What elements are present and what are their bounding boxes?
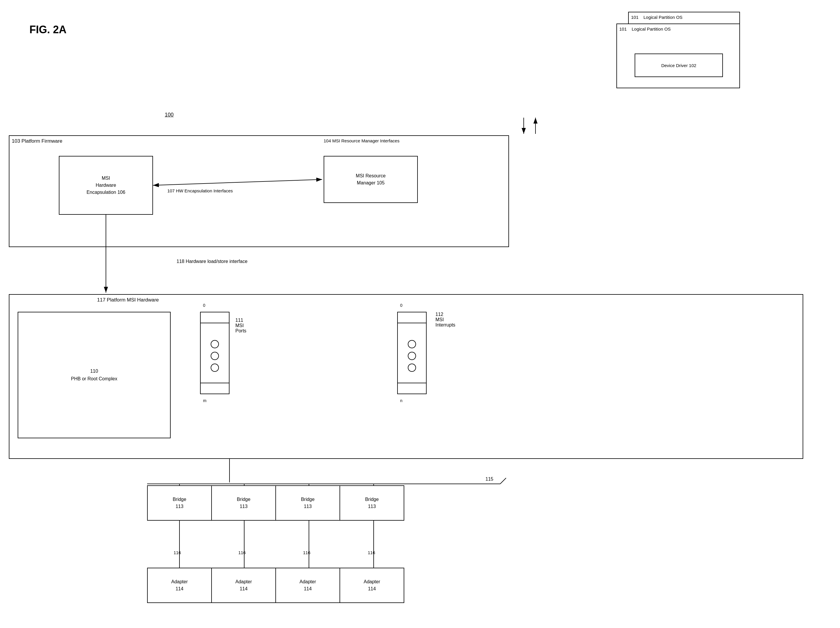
msi-ports-label: 111 MSI Ports <box>235 318 246 334</box>
msi-resource-interfaces-label: 104 MSI Resource Manager Interfaces <box>324 138 399 143</box>
device-driver-box: Device Driver 102 <box>635 54 723 77</box>
msi-int-box <box>397 312 426 394</box>
figure-title: FIG. 2A <box>29 24 66 36</box>
bus-label: 115 <box>485 477 493 482</box>
adapters-area: Adapter 114 Adapter 114 Adapter 114 Adap… <box>147 568 404 603</box>
msi-int-container: 0 n <box>397 312 426 394</box>
svg-line-10 <box>500 478 506 484</box>
os-box-back1: 101 Logical Partition OS Device Driver 1… <box>616 24 740 88</box>
msi-hw-enc-box: MSI Hardware Encapsulation 106 <box>59 156 153 215</box>
bridge-box-1: Bridge 113 <box>147 485 212 521</box>
adapter-2-label: Adapter 114 <box>235 578 252 592</box>
adapter-ref-116-3: 116 <box>303 550 310 555</box>
msi-port-circle-1 <box>211 340 219 348</box>
os-back2-label: Logical Partition OS <box>643 15 682 20</box>
adapter-4-label: Adapter 114 <box>364 578 380 592</box>
msi-rm-box: MSI Resource Manager 105 <box>324 156 418 203</box>
msi-ports-num-bottom: m <box>203 398 207 403</box>
adapter-box-3: Adapter 114 <box>275 568 340 603</box>
adapter-ref-116-2: 116 <box>238 550 246 555</box>
adapter-3-label: Adapter 114 <box>300 578 316 592</box>
hw-load-store-label: 118 Hardware load/store interface <box>177 259 248 264</box>
msi-rm-label: MSI Resource Manager 105 <box>356 172 385 186</box>
os-back1-label: Logical Partition OS <box>632 27 671 32</box>
platform-firmware-label: 103 Platform Firmware <box>12 138 62 144</box>
msi-port-circle-3 <box>211 364 219 372</box>
msi-int-circle-3 <box>408 364 416 372</box>
bridge-box-3: Bridge 113 <box>275 485 340 521</box>
adapter-1-label: Adapter 114 <box>171 578 188 592</box>
bridge-box-4: Bridge 113 <box>339 485 404 521</box>
msi-ports-box <box>200 312 229 394</box>
msi-ports-container: 0 m <box>200 312 229 394</box>
msi-int-label: 112 MSI Interrupts <box>436 312 455 328</box>
bridge-2-label: Bridge 113 <box>237 496 250 510</box>
os-back2-num: 101 <box>631 15 638 20</box>
bridge-box-2: Bridge 113 <box>211 485 276 521</box>
bridge-3-label: Bridge 113 <box>301 496 314 510</box>
msi-int-num-top: 0 <box>400 303 403 308</box>
msi-int-circle-2 <box>408 352 416 360</box>
hw-enc-interfaces-label: 107 HW Encapsulation Interfaces <box>156 188 244 193</box>
adapter-box-4: Adapter 114 <box>339 568 404 603</box>
os-back1-num: 101 <box>619 27 627 32</box>
msi-hw-enc-label: MSI Hardware Encapsulation 106 <box>87 175 125 196</box>
phb-box: 110 PHB or Root Complex <box>17 312 171 438</box>
msi-ports-num-top: 0 <box>203 303 205 308</box>
bridge-1-label: Bridge 113 <box>173 496 186 510</box>
bridge-4-label: Bridge 113 <box>365 496 379 510</box>
adapter-ref-116-1: 116 <box>174 550 181 555</box>
platform-msi-hw-label: 117 Platform MSI Hardware <box>97 297 159 303</box>
device-driver-label: Device Driver 102 <box>661 63 696 68</box>
adapter-box-1: Adapter 114 <box>147 568 212 603</box>
adapter-ref-116-4: 116 <box>368 550 375 555</box>
msi-int-num-bottom: n <box>400 398 403 403</box>
ref-100-label: 100 <box>165 112 174 118</box>
phb-label: 110 PHB or Root Complex <box>71 368 117 382</box>
msi-port-circle-2 <box>211 352 219 360</box>
adapter-box-2: Adapter 114 <box>211 568 276 603</box>
msi-int-circle-1 <box>408 340 416 348</box>
bridges-area: Bridge 113 Bridge 113 Bridge 113 Bridge … <box>147 485 404 521</box>
